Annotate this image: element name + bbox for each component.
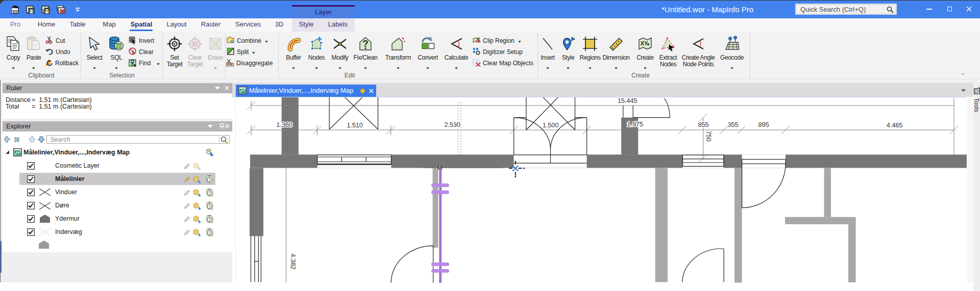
- svg-text:?: ?: [362, 38, 369, 49]
- svg-text:4.382: 4.382: [289, 253, 297, 270]
- svg-text:1.500: 1.500: [543, 121, 559, 129]
- svg-text:2.530: 2.530: [444, 121, 460, 128]
- svg-text:855: 855: [698, 121, 708, 128]
- svg-text:1.510: 1.510: [347, 121, 363, 129]
- svg-text:1.975: 1.975: [627, 120, 643, 128]
- svg-text:355: 355: [727, 121, 738, 128]
- svg-text:4.465: 4.465: [887, 121, 903, 129]
- svg-text:895: 895: [758, 121, 769, 128]
- svg-text:XY: XY: [641, 40, 648, 46]
- svg-text:1.360: 1.360: [276, 121, 292, 128]
- svg-text:15.445: 15.445: [618, 97, 638, 104]
- svg-text:750: 750: [705, 130, 713, 141]
